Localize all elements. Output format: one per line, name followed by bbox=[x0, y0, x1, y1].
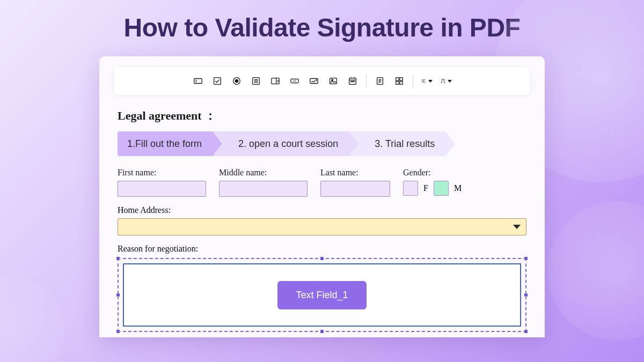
last-name-input[interactable] bbox=[320, 181, 390, 197]
resize-handle[interactable] bbox=[524, 293, 528, 297]
gender-m-label: M bbox=[454, 183, 462, 193]
text-field-icon[interactable] bbox=[192, 76, 204, 86]
step-trial-results[interactable]: 3. Trial results bbox=[358, 131, 455, 156]
resize-handle[interactable] bbox=[116, 256, 120, 261]
home-address-combo[interactable] bbox=[118, 218, 526, 235]
first-name-field: First name: bbox=[118, 168, 206, 197]
svg-rect-16 bbox=[396, 78, 399, 80]
editor-panel: OK Legal agreement ： 1.Fill out the form… bbox=[99, 56, 545, 337]
svg-rect-19 bbox=[400, 82, 402, 84]
reason-label: Reason for negotiation: bbox=[118, 244, 526, 254]
resize-handle[interactable] bbox=[524, 329, 528, 334]
middle-name-field: Middle name: bbox=[219, 168, 308, 197]
first-name-label: First name: bbox=[118, 168, 206, 178]
svg-point-14 bbox=[354, 81, 354, 82]
resize-handle[interactable] bbox=[524, 256, 528, 261]
step-label: 2. open a court session bbox=[238, 138, 338, 150]
combo-box-icon[interactable] bbox=[269, 76, 281, 86]
align-icon[interactable] bbox=[421, 76, 433, 86]
toolbar-separator bbox=[366, 75, 367, 87]
date-field-icon[interactable] bbox=[347, 76, 358, 86]
bg-decoration bbox=[0, 276, 64, 362]
grid-view-icon[interactable] bbox=[393, 76, 405, 86]
svg-point-3 bbox=[235, 79, 238, 82]
step-label: 3. Trial results bbox=[375, 138, 435, 150]
list-box-icon[interactable] bbox=[250, 76, 262, 86]
middle-name-input[interactable] bbox=[219, 181, 308, 197]
gender-m-checkbox[interactable] bbox=[434, 181, 449, 196]
signature-field-icon[interactable] bbox=[308, 76, 320, 86]
step-court-session[interactable]: 2. open a court session bbox=[222, 131, 358, 156]
resize-handle[interactable] bbox=[116, 329, 120, 334]
chevron-down-icon bbox=[513, 225, 521, 229]
bg-decoration bbox=[547, 201, 644, 341]
home-address-field: Home Address: bbox=[99, 205, 545, 244]
step-fill-form[interactable]: 1.Fill out the form bbox=[118, 131, 222, 156]
svg-rect-18 bbox=[396, 82, 399, 84]
gender-f-label: F bbox=[423, 183, 428, 193]
gender-label: Gender: bbox=[403, 168, 462, 178]
step-crumb: 1.Fill out the form 2. open a court sess… bbox=[99, 131, 545, 168]
radio-button-icon[interactable] bbox=[231, 76, 243, 86]
svg-rect-0 bbox=[194, 79, 202, 84]
reason-field: Reason for negotiation: Text Field_1 bbox=[99, 244, 545, 337]
gender-field: Gender: F M bbox=[403, 168, 462, 197]
gender-f-checkbox[interactable] bbox=[403, 181, 418, 196]
svg-point-12 bbox=[351, 81, 352, 82]
ok-button-icon[interactable]: OK bbox=[289, 76, 301, 86]
svg-rect-9 bbox=[330, 78, 337, 84]
section-title: Legal agreement ： bbox=[99, 105, 545, 131]
resize-handle[interactable] bbox=[320, 256, 324, 261]
svg-point-13 bbox=[352, 81, 353, 82]
toolbar-separator bbox=[413, 75, 413, 87]
last-name-label: Last name: bbox=[320, 168, 390, 178]
text-field-area[interactable]: Text Field_1 bbox=[123, 263, 521, 327]
first-name-input[interactable] bbox=[118, 181, 206, 197]
form-toolbar: OK bbox=[114, 67, 530, 95]
form-properties-icon[interactable] bbox=[374, 76, 386, 86]
image-field-icon[interactable] bbox=[327, 76, 339, 86]
selected-field-outline[interactable]: Text Field_1 bbox=[118, 258, 526, 332]
checkbox-icon[interactable] bbox=[211, 76, 223, 86]
svg-rect-17 bbox=[400, 78, 402, 80]
field-placeholder-badge: Text Field_1 bbox=[277, 281, 366, 309]
resize-handle[interactable] bbox=[116, 293, 120, 297]
middle-name-label: Middle name: bbox=[219, 168, 308, 178]
resize-handle[interactable] bbox=[320, 329, 324, 334]
svg-text:OK: OK bbox=[293, 80, 297, 83]
last-name-field: Last name: bbox=[320, 168, 390, 197]
page-title: How to Validate Signature in PDF bbox=[0, 0, 644, 42]
home-address-label: Home Address: bbox=[118, 205, 526, 215]
tools-icon[interactable] bbox=[440, 76, 452, 86]
svg-rect-1 bbox=[214, 78, 221, 85]
step-label: 1.Fill out the form bbox=[127, 138, 202, 150]
name-row: First name: Middle name: Last name: Gend… bbox=[99, 168, 545, 205]
